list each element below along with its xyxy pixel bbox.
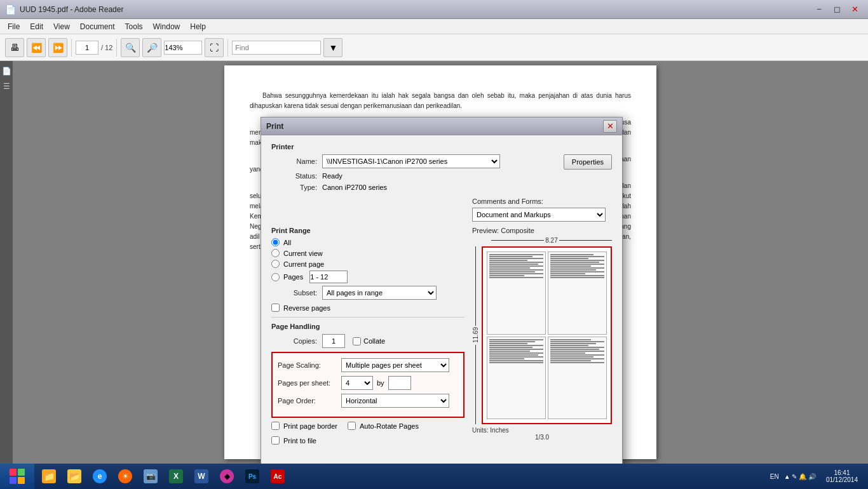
start-button[interactable] [0,464,34,489]
printer-name-select[interactable]: \\INVESTIGASI-1\Canon iP2700 series [322,154,500,168]
preview-with-dim: 11.69 [472,246,612,424]
printer-name-label: Name: [271,157,322,165]
pages-panel-icon[interactable]: 📄 [1,66,11,76]
logo-yellow [18,477,25,484]
restore-button[interactable]: ◻ [829,3,845,17]
zoom-input[interactable] [164,41,202,55]
page-scaling-select[interactable]: Multiple pages per sheet [341,358,449,372]
pages-per-sheet-row: Pages per sheet: 4 by [278,376,458,390]
language-indicator: EN [770,473,779,480]
comments-select[interactable]: Document and Markups [472,208,606,222]
taskbar-photoshop[interactable]: Ps [240,465,264,488]
menu-edit[interactable]: Edit [25,21,48,32]
copies-input[interactable] [322,334,345,348]
preview-grid [483,248,611,423]
ie-icon: e [93,469,107,483]
taskbar-firefox[interactable]: ☀ [113,465,137,488]
taskbar-explorer[interactable]: 📁 [37,465,61,488]
zoom-out-button[interactable]: 🔍 [121,38,140,57]
comments-row: Comments and Forms: Document and Markups [271,198,612,222]
page-handling-label: Page Handling [271,323,465,330]
dialog-overlay: Print ✕ Printer Name: \\INV [13,61,868,464]
auto-rotate-checkbox[interactable] [348,422,356,430]
taskbar-paint[interactable]: ◆ [215,465,239,488]
menu-window[interactable]: Window [148,21,186,32]
print-page-border-checkbox[interactable] [271,422,280,430]
radio-all-label: All [283,239,291,246]
page-order-select[interactable]: Horizontal [341,394,449,408]
radio-pages-input[interactable] [271,273,280,281]
printer-type-value: Canon iP2700 series [322,184,387,191]
image-viewer-icon: 📷 [144,469,158,483]
back-button[interactable]: ⏪ [27,38,46,57]
print-page-border-label: Print page border [283,422,337,430]
collate-label: Collate [363,337,385,345]
taskbar-acrobat[interactable]: Ac [266,465,290,488]
sys-tray: ▲ ✎ 🔔 🔊 [782,473,818,480]
properties-button[interactable]: Properties [564,154,612,170]
collate-checkbox[interactable] [353,337,361,345]
reverse-pages-label: Reverse pages [283,304,330,312]
radio-current-page-input[interactable] [271,260,280,268]
preview-page-3 [487,337,546,420]
radio-current-view-input[interactable] [271,249,280,257]
taskbar-word[interactable]: W [189,465,214,488]
menu-file[interactable]: File [3,21,25,32]
find-input[interactable] [232,41,321,55]
page-fraction: 1/3.0 [472,434,612,441]
menu-view[interactable]: View [48,21,75,32]
zoom-in-button[interactable]: 🔎 [142,38,161,57]
menu-bar: File Edit View Document Tools Window Hel… [0,19,868,34]
radio-pages: Pages [271,271,465,283]
taskbar-image-viewer[interactable]: 📷 [139,465,163,488]
taskbar: 📁 📂 e ☀ 📷 X W ◆ Ps Ac EN ▲ [0,464,868,489]
print-to-file-checkbox[interactable] [271,436,280,445]
main-content: 📄 ☰ Bahwa sesungguhnya kemerdekaan itu i… [0,61,868,464]
dim-h-arrow: 8.27 [491,237,612,244]
print-page-border-row: Print page border [271,422,337,430]
printer-status-value: Ready [322,172,342,180]
paint-icon: ◆ [220,469,234,483]
checkboxes-row: Print page border Auto-Rotate Pages [271,422,465,432]
dialog-close-button[interactable]: ✕ [603,120,617,133]
printer-status-row: Status: Ready [271,172,556,180]
comments-label: Comments and Forms: [472,198,612,205]
copies-label: Copies: [271,337,322,345]
logo-green [18,469,25,476]
auto-rotate-row: Auto-Rotate Pages [348,422,419,430]
print-button[interactable]: 🖶 [5,38,24,57]
bookmarks-icon[interactable]: ☰ [1,81,11,91]
window-title: UUD 1945.pdf - Adobe Reader [20,5,811,14]
forward-button[interactable]: ⏩ [48,38,67,57]
reverse-pages-row: Reverse pages [271,304,465,312]
radio-pages-label: Pages [283,273,303,281]
pages-input[interactable] [309,271,348,283]
separator-1 [71,39,72,57]
by-label: by [377,379,384,387]
subset-select[interactable]: All pages in range [322,286,437,300]
close-button[interactable]: ✕ [846,3,863,17]
menu-tools[interactable]: Tools [120,21,148,32]
reverse-pages-checkbox[interactable] [271,304,280,312]
pages-by-input[interactable] [388,376,411,390]
radio-all-input[interactable] [271,238,280,246]
menu-document[interactable]: Document [75,21,120,32]
radio-current-view: Current view [271,249,465,257]
taskbar-ie[interactable]: e [88,465,112,488]
firefox-icon: ☀ [118,469,132,483]
page-input[interactable] [76,41,98,55]
fit-page-button[interactable]: ⛶ [205,38,224,57]
menu-help[interactable]: Help [185,21,211,32]
preview-page-1 [487,251,546,335]
adobe-reader-window: 📄 UUD 1945.pdf - Adobe Reader − ◻ ✕ File… [0,0,868,464]
dialog-body: Printer Name: \\INVESTIGASI-1\Canon iP27… [261,135,622,464]
minimize-button[interactable]: − [811,3,827,17]
clock-date: 01/12/2014 [826,476,858,483]
page-total: / 12 [101,44,112,51]
taskbar-excel[interactable]: X [164,465,188,488]
logo-red [10,469,17,476]
taskbar-folder[interactable]: 📂 [62,465,86,488]
windows-logo [10,469,25,484]
find-dropdown-button[interactable]: ▼ [323,38,342,57]
pages-per-sheet-select[interactable]: 4 [341,376,373,390]
